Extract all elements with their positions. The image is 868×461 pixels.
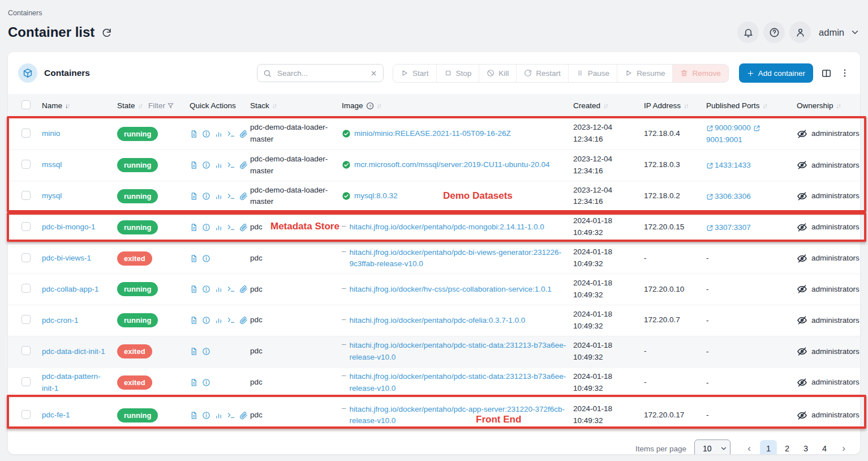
inspect-icon[interactable] [202, 285, 210, 293]
row-checkbox[interactable] [22, 253, 31, 262]
container-name-link[interactable]: pdc-data-pattern-init-1 [42, 372, 101, 392]
logs-icon[interactable] [190, 130, 198, 138]
image-link[interactable]: hitachi.jfrog.io/docker/pentaho/pdc-app-… [350, 404, 568, 427]
kebab-menu-icon[interactable] [840, 68, 850, 78]
sort-icon[interactable]: ↓↑ [836, 103, 841, 109]
page-button-2[interactable]: 2 [779, 440, 796, 454]
attach-icon[interactable] [239, 192, 248, 200]
column-header-published-ports[interactable]: Published Ports↓↑ [706, 94, 797, 118]
console-icon[interactable] [227, 316, 235, 325]
image-link[interactable]: hitachi.jfrog.io/docker/pentaho/pdc-bi-v… [350, 247, 568, 270]
chevron-down-icon[interactable] [850, 27, 860, 37]
username[interactable]: admin [819, 27, 844, 38]
column-header-ip-address[interactable]: IP Address↓↑ [644, 94, 706, 118]
image-link[interactable]: hitachi.jfrog.io/docker/pentaho/pdc-stat… [350, 340, 568, 363]
stop-button[interactable]: Stop [436, 65, 479, 82]
attach-icon[interactable] [239, 223, 248, 232]
port-link[interactable]: 9001:9001 [706, 135, 742, 144]
sort-icon[interactable]: ↓↑ [272, 103, 277, 109]
image-link[interactable]: hitachi.jfrog.io/docker/pentaho/pdc-ofel… [350, 315, 526, 326]
inspect-icon[interactable] [202, 223, 210, 232]
port-link[interactable]: 3307:3307 [715, 223, 751, 232]
remove-button[interactable]: Remove [672, 65, 728, 82]
attach-icon[interactable] [239, 411, 248, 420]
sort-icon[interactable]: ↓↑ [377, 103, 381, 109]
inspect-icon[interactable] [202, 378, 210, 387]
sort-icon[interactable]: ↓↑ [603, 103, 608, 109]
breadcrumb[interactable]: Containers [8, 0, 860, 17]
container-name-link[interactable]: pdc-data-dict-init-1 [42, 347, 105, 356]
row-checkbox[interactable] [22, 410, 31, 419]
console-icon[interactable] [227, 192, 235, 200]
select-all-checkbox[interactable] [22, 100, 31, 109]
image-link[interactable]: hitachi.jfrog.io/docker/pentaho/pdc-stat… [350, 371, 568, 394]
help-button[interactable] [763, 22, 785, 43]
console-icon[interactable] [227, 161, 235, 169]
image-link[interactable]: hitachi.jfrog.io/docker/hv-css/psc-colla… [350, 284, 552, 295]
port-link[interactable]: 9000:9000 [715, 123, 751, 132]
prev-page-button[interactable]: ‹ [742, 440, 757, 454]
state-filter[interactable]: Filter [148, 101, 174, 110]
inspect-icon[interactable] [202, 254, 210, 263]
container-name-link[interactable]: mssql [42, 160, 62, 169]
container-name-link[interactable]: pdc-collab-app-1 [42, 285, 99, 293]
logs-icon[interactable] [190, 347, 198, 356]
console-icon[interactable] [227, 285, 235, 293]
stats-icon[interactable] [214, 411, 223, 420]
restart-button[interactable]: Restart [516, 65, 568, 82]
user-avatar[interactable] [789, 22, 811, 43]
external-link-icon[interactable] [706, 125, 714, 132]
logs-icon[interactable] [190, 285, 198, 293]
inspect-icon[interactable] [202, 347, 210, 356]
column-header-image[interactable]: Image?↓↑ [342, 94, 573, 118]
inspect-icon[interactable] [202, 161, 210, 169]
next-page-button[interactable]: › [836, 440, 851, 454]
start-button[interactable]: Start [393, 65, 436, 82]
row-checkbox[interactable] [22, 315, 31, 324]
logs-icon[interactable] [190, 316, 198, 325]
row-checkbox[interactable] [22, 191, 31, 200]
column-header-ownership[interactable]: Ownership↓↑ [797, 94, 860, 118]
external-link-icon[interactable] [706, 162, 714, 169]
page-button-3[interactable]: 3 [797, 440, 814, 454]
column-header-created[interactable]: Created↓↑ [573, 94, 644, 118]
clear-search-icon[interactable] [370, 70, 377, 77]
column-header-name[interactable]: Name↓↑ [42, 94, 117, 118]
inspect-icon[interactable] [202, 130, 210, 138]
logs-icon[interactable] [190, 378, 198, 387]
page-size-select[interactable]: 10 [694, 439, 731, 454]
logs-icon[interactable] [190, 411, 198, 420]
stats-icon[interactable] [214, 285, 223, 293]
container-name-link[interactable]: mysql [42, 191, 62, 200]
sort-icon[interactable]: ↓↑ [763, 103, 767, 109]
refresh-icon[interactable] [101, 27, 112, 38]
container-name-link[interactable]: pdc-bi-mongo-1 [42, 223, 96, 231]
sort-icon[interactable]: ↓↑ [684, 103, 688, 109]
pause-button[interactable]: Pause [568, 65, 617, 82]
add-container-button[interactable]: Add container [739, 63, 813, 83]
external-link-icon[interactable] [706, 224, 714, 232]
stats-icon[interactable] [214, 316, 223, 325]
logs-icon[interactable] [190, 192, 198, 200]
row-checkbox[interactable] [22, 160, 31, 169]
columns-toggle-icon[interactable] [821, 68, 832, 79]
logs-icon[interactable] [190, 161, 198, 169]
stats-icon[interactable] [214, 130, 223, 138]
row-checkbox[interactable] [22, 284, 31, 293]
column-header-stack[interactable]: Stack↓↑ [250, 94, 342, 118]
inspect-icon[interactable] [202, 192, 210, 200]
column-header-state[interactable]: State↓↑Filter [117, 94, 190, 118]
row-checkbox[interactable] [22, 377, 31, 386]
sort-icon[interactable]: ↓↑ [138, 103, 143, 109]
stats-icon[interactable] [214, 192, 223, 200]
attach-icon[interactable] [239, 161, 248, 169]
console-icon[interactable] [227, 130, 235, 138]
row-checkbox[interactable] [22, 346, 31, 355]
search-input[interactable] [276, 69, 366, 78]
attach-icon[interactable] [239, 285, 248, 293]
console-icon[interactable] [227, 411, 235, 420]
container-name-link[interactable]: minio [42, 129, 60, 138]
image-link[interactable]: mysql:8.0.32 [354, 190, 398, 202]
inspect-icon[interactable] [202, 411, 210, 420]
kill-button[interactable]: Kill [479, 65, 516, 82]
